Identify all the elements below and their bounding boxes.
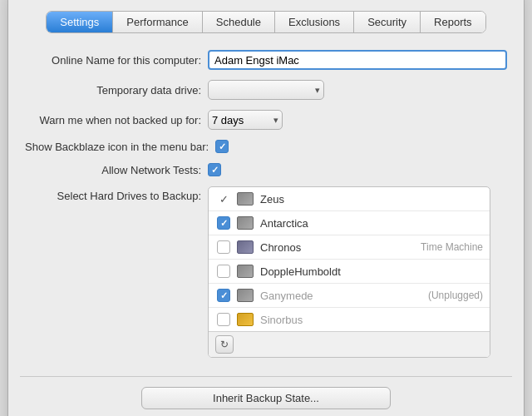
antarctica-icon: [235, 215, 255, 231]
chronos-check: [215, 240, 232, 254]
ganymede-checkbox: [217, 289, 230, 302]
antarctica-checkbox: [217, 216, 230, 230]
drive-row-zeus[interactable]: ✓ Zeus: [209, 187, 490, 211]
sinorbus-checkbox: [217, 313, 230, 326]
show-icon-label: Show Backblaze icon in the menu bar:: [25, 141, 215, 153]
dopple-checkbox: [217, 265, 230, 278]
online-name-label: Online Name for this computer:: [25, 54, 208, 67]
inherit-button[interactable]: Inherit Backup State...: [141, 387, 391, 409]
content-area: Settings Performance Schedule Exclusions…: [8, 0, 524, 371]
divider: [20, 376, 512, 377]
drive-list-container: Select Hard Drives to Backup: ✓ Zeus: [25, 186, 507, 358]
ganymede-name: Ganymede: [260, 290, 425, 302]
dopple-icon: [235, 263, 255, 280]
tab-settings[interactable]: Settings: [47, 12, 113, 32]
antarctica-check: [215, 216, 232, 230]
drive-row-chronos[interactable]: Chronos Time Machine: [209, 235, 490, 260]
reload-row: ↻: [209, 331, 490, 357]
temp-drive-row: Temporary data drive:: [25, 80, 507, 100]
chronos-name: Chronos: [260, 241, 417, 254]
sinorbus-check: [215, 313, 232, 326]
ganymede-tag: (Unplugged): [428, 290, 483, 301]
drive-list-label: Select Hard Drives to Backup:: [25, 186, 208, 202]
warn-label: Warn me when not backed up for:: [25, 114, 208, 126]
tab-reports[interactable]: Reports: [421, 12, 485, 32]
drive-list: ✓ Zeus Antarctica: [208, 186, 490, 358]
temp-drive-select-wrapper: [208, 80, 324, 100]
sinorbus-icon: [235, 311, 255, 328]
network-tests-checkbox[interactable]: [208, 163, 221, 176]
network-tests-row: Allow Network Tests:: [25, 163, 507, 176]
tab-performance[interactable]: Performance: [113, 12, 202, 32]
show-icon-row: Show Backblaze icon in the menu bar:: [25, 140, 507, 153]
warn-select-wrapper: 7 days 1 day 3 days 14 days 30 days: [208, 110, 283, 130]
tab-bar: Settings Performance Schedule Exclusions…: [46, 11, 485, 33]
zeus-checkmark: ✓: [219, 193, 229, 206]
dopple-name: DoppleHumboldt: [260, 265, 483, 278]
warn-row: Warn me when not backed up for: 7 days 1…: [25, 110, 507, 130]
network-tests-label: Allow Network Tests:: [25, 164, 208, 176]
online-name-input[interactable]: [208, 50, 507, 70]
warn-select[interactable]: 7 days 1 day 3 days 14 days 30 days: [208, 110, 283, 130]
drive-row-ganymede[interactable]: Ganymede (Unplugged): [209, 284, 490, 308]
temp-drive-select[interactable]: [208, 80, 324, 100]
dopple-check: [215, 265, 232, 278]
chronos-checkbox: [217, 240, 230, 254]
zeus-check: ✓: [215, 193, 232, 206]
online-name-row: Online Name for this computer:: [25, 50, 507, 70]
zeus-name: Zeus: [260, 193, 483, 206]
tab-exclusions[interactable]: Exclusions: [275, 12, 354, 32]
drive-row-dopple[interactable]: DoppleHumboldt: [209, 260, 490, 284]
temp-drive-label: Temporary data drive:: [25, 84, 208, 97]
drive-row-sinorbus[interactable]: Sinorbus: [209, 308, 490, 331]
sinorbus-name: Sinorbus: [260, 314, 483, 326]
tab-schedule[interactable]: Schedule: [203, 12, 275, 32]
drive-row-antarctica[interactable]: Antarctica: [209, 211, 490, 235]
show-icon-checkbox[interactable]: [215, 140, 229, 153]
main-window: ‹ › ⠿ Backblaze Backup 🔍 Settings Perfor…: [8, 0, 524, 416]
chronos-tag: Time Machine: [421, 241, 483, 253]
antarctica-name: Antarctica: [260, 217, 483, 230]
ganymede-check: [215, 289, 232, 302]
zeus-icon: [235, 191, 255, 207]
ganymede-icon: [235, 287, 255, 304]
chronos-icon: [235, 239, 255, 255]
reload-button[interactable]: ↻: [215, 335, 234, 354]
settings-form: Online Name for this computer: Temporary…: [25, 47, 507, 358]
tab-security[interactable]: Security: [354, 12, 421, 32]
